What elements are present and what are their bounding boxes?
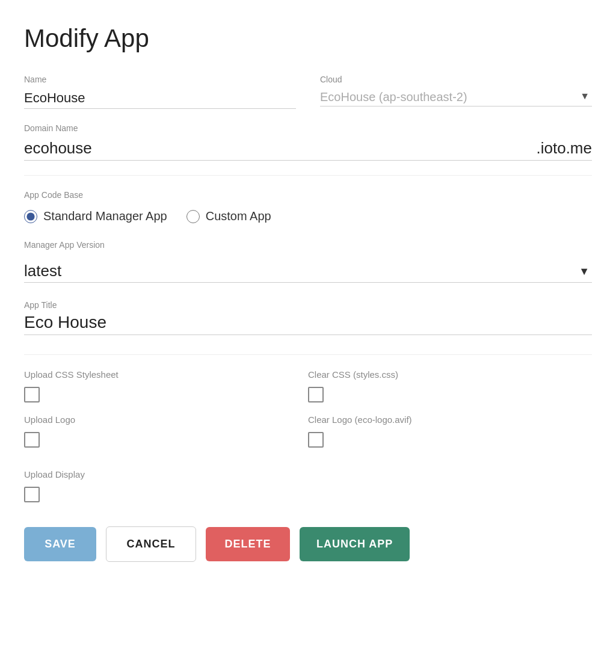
domain-suffix: .ioto.me [532, 137, 593, 160]
cloud-select[interactable]: EcoHouse (ap-southeast-2) [320, 88, 592, 106]
clear-css-group: Clear CSS (styles.css) [308, 369, 592, 402]
radio-custom-label: Custom App [206, 209, 271, 223]
domain-row: Domain Name .ioto.me [24, 123, 592, 161]
upload-logo-checkbox[interactable] [24, 432, 40, 448]
upload-logo-label: Upload Logo [24, 415, 308, 425]
radio-standard-label: Standard Manager App [43, 209, 167, 223]
domain-input[interactable] [24, 137, 532, 160]
cancel-button[interactable]: CANCEL [106, 526, 196, 562]
clear-logo-label: Clear Logo (eco-logo.avif) [308, 415, 592, 425]
radio-custom-input[interactable] [186, 210, 200, 223]
name-label: Name [24, 75, 296, 84]
cloud-label: Cloud [320, 75, 592, 84]
upload-css-label: Upload CSS Stylesheet [24, 369, 308, 380]
page-title: Modify App [24, 24, 592, 53]
upload-css-group: Upload CSS Stylesheet [24, 369, 308, 402]
launch-app-button[interactable]: LAUNCH APP [300, 527, 410, 561]
radio-custom-option[interactable]: Custom App [186, 209, 271, 223]
radio-standard-input[interactable] [24, 210, 37, 223]
delete-button[interactable]: DELETE [206, 527, 290, 561]
app-title-group: App Title [24, 300, 592, 335]
checkboxes-section: Upload CSS Stylesheet Clear CSS (styles.… [24, 369, 592, 460]
action-buttons: SAVE CANCEL DELETE LAUNCH APP [24, 526, 592, 562]
domain-field-group: Domain Name .ioto.me [24, 123, 592, 161]
upload-css-checkbox[interactable] [24, 387, 40, 402]
name-input[interactable] [24, 88, 296, 109]
save-button[interactable]: SAVE [24, 527, 96, 561]
manager-version-section: Manager App Version latest ▼ [24, 240, 592, 283]
manager-version-label: Manager App Version [24, 240, 592, 250]
clear-logo-checkbox[interactable] [308, 432, 324, 448]
version-select-wrapper: latest ▼ [24, 259, 592, 283]
version-select[interactable]: latest [24, 259, 592, 283]
name-field-group: Name [24, 75, 296, 109]
upload-logo-group: Upload Logo [24, 415, 308, 448]
clear-css-label: Clear CSS (styles.css) [308, 369, 592, 380]
clear-logo-group: Clear Logo (eco-logo.avif) [308, 415, 592, 448]
upload-display-checkbox[interactable] [24, 487, 40, 502]
app-code-base-label: App Code Base [24, 190, 592, 200]
cloud-select-wrapper: EcoHouse (ap-southeast-2) ▼ [320, 88, 592, 106]
app-code-base-section: App Code Base Standard Manager App Custo… [24, 190, 592, 223]
radio-standard-option[interactable]: Standard Manager App [24, 209, 167, 223]
upload-display-group: Upload Display [24, 469, 592, 502]
cloud-field-group: Cloud EcoHouse (ap-southeast-2) ▼ [320, 75, 592, 109]
app-title-label: App Title [24, 300, 57, 310]
domain-label: Domain Name [24, 123, 592, 133]
upload-display-label: Upload Display [24, 469, 592, 479]
app-title-input[interactable] [24, 310, 592, 335]
clear-css-checkbox[interactable] [308, 387, 324, 402]
radio-group: Standard Manager App Custom App [24, 209, 592, 223]
upload-display-section: Upload Display [24, 469, 592, 502]
